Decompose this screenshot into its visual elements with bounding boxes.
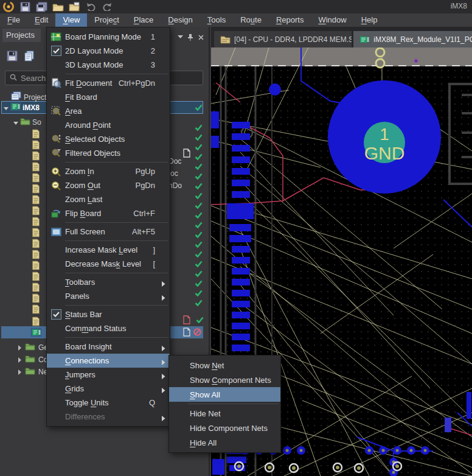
menubar-view[interactable]: View bbox=[55, 13, 87, 27]
schdoc-icon[interactable] bbox=[32, 317, 40, 326]
tree-expand-icon[interactable] bbox=[4, 102, 9, 113]
schdoc-icon[interactable] bbox=[32, 250, 40, 259]
menu-item-decrease-mask-level[interactable]: Decrease Mask Level[ bbox=[47, 257, 170, 271]
pin-icon[interactable] bbox=[186, 33, 195, 41]
menubar-project[interactable]: Project bbox=[87, 13, 126, 27]
tree-collapse-icon[interactable] bbox=[18, 354, 22, 365]
schdoc-icon[interactable] bbox=[32, 261, 40, 270]
menu-item-hide-net[interactable]: Hide Net bbox=[169, 406, 280, 421]
menu-item-label: Fit Board bbox=[65, 93, 97, 102]
close-icon[interactable] bbox=[196, 33, 205, 41]
menu-item-selected-objects[interactable]: Selected Objects bbox=[47, 132, 170, 146]
panel-documents-icon[interactable] bbox=[22, 49, 36, 63]
tree-row-projectgroup[interactable]: Project bbox=[11, 91, 46, 103]
menu-item-show-all[interactable]: Show All bbox=[169, 387, 280, 402]
schdoc-icon[interactable] bbox=[32, 151, 40, 161]
projects-panel-title[interactable]: Projects bbox=[2, 29, 41, 42]
open-icon[interactable] bbox=[52, 1, 64, 12]
redo-icon[interactable] bbox=[101, 1, 113, 12]
tree-row-project-imx8[interactable]: iMX8 bbox=[4, 102, 40, 113]
menu-item-increase-mask-level[interactable]: Increase Mask Level] bbox=[47, 243, 170, 257]
menubar-window[interactable]: Window bbox=[311, 13, 353, 27]
menu-item-grids[interactable]: Grids bbox=[47, 382, 170, 396]
menu-item-toggle-units[interactable]: Toggle UnitsQ bbox=[47, 396, 170, 410]
menu-item-hide-all[interactable]: Hide All bbox=[169, 435, 280, 450]
menu-item-area[interactable]: Area bbox=[47, 104, 170, 118]
schdoc-icon[interactable] bbox=[32, 271, 40, 281]
schdoc-icon[interactable] bbox=[32, 184, 40, 194]
menu-item-full-screen[interactable]: Full ScreenAlt+F5 bbox=[47, 225, 170, 239]
schdoc-icon[interactable] bbox=[32, 173, 40, 183]
tree-collapse-icon[interactable] bbox=[18, 366, 22, 377]
schdoc-icon[interactable] bbox=[32, 239, 40, 248]
tree-row-components[interactable]: Co bbox=[18, 354, 47, 365]
menu-item-board-planning-mode[interactable]: Board Planning Mode1 bbox=[47, 30, 170, 44]
pcbdoc-tab-icon bbox=[359, 35, 370, 44]
menu-item-command-status[interactable]: Command Status bbox=[47, 321, 170, 335]
menu-item-zoom-last[interactable]: Zoom Last bbox=[47, 192, 170, 206]
menubar-help[interactable]: Help bbox=[354, 13, 385, 27]
save-all-icon[interactable] bbox=[35, 1, 47, 12]
menu-item-zoom-out[interactable]: Zoom OutPgDn bbox=[47, 178, 170, 192]
vcs-check-icon bbox=[195, 153, 203, 160]
menu-item-panels[interactable]: Panels bbox=[47, 289, 170, 303]
schdoc-icon[interactable] bbox=[32, 129, 40, 139]
menu-item-zoom-in[interactable]: Zoom InPgUp bbox=[47, 164, 170, 178]
tree-collapse-icon[interactable] bbox=[18, 342, 22, 353]
menu-item-flip-board[interactable]: Flip BoardCtrl+F bbox=[47, 206, 170, 220]
menu-item-board-insight[interactable]: Board Insight bbox=[47, 340, 170, 354]
schdoc-icon[interactable] bbox=[32, 140, 40, 150]
undo-icon[interactable] bbox=[85, 1, 97, 12]
schdoc-icon bbox=[32, 261, 40, 270]
document-tab-active[interactable]: iMX8M_Rex_Module_V1I1_PCB.Pc bbox=[353, 31, 472, 47]
menu-item-fit-document[interactable]: Fit DocumentCtrl+PgDn bbox=[47, 76, 170, 90]
tree-row-source-folder[interactable]: So bbox=[13, 117, 41, 128]
menu-item-3d-layout-mode[interactable]: 3D Layout Mode3 bbox=[47, 58, 170, 72]
menu-item-hide-component-nets[interactable]: Hide Component Nets bbox=[169, 421, 280, 435]
tree-row-generated[interactable]: Ge bbox=[18, 342, 48, 353]
menubar-file[interactable]: File bbox=[0, 13, 27, 27]
menubar-tools[interactable]: Tools bbox=[200, 13, 233, 27]
menu-item-connections[interactable]: Connections bbox=[47, 354, 170, 368]
schdoc-icon[interactable] bbox=[32, 228, 40, 237]
schdoc-tab-icon bbox=[220, 35, 231, 44]
menu-item-status-bar[interactable]: Status Bar bbox=[47, 307, 170, 321]
schdoc-icon[interactable] bbox=[32, 293, 40, 303]
save-icon[interactable] bbox=[19, 1, 31, 12]
vcs-check-icon bbox=[195, 202, 203, 209]
tree-row-nets[interactable]: Ne bbox=[18, 366, 47, 377]
altium-logo-glyph-icon bbox=[3, 1, 14, 12]
schdoc-icon[interactable] bbox=[32, 304, 40, 314]
panel-save-icon[interactable] bbox=[5, 49, 19, 63]
menubar-reports[interactable]: Reports bbox=[269, 13, 311, 27]
menu-item-show-net[interactable]: Show Net bbox=[169, 358, 280, 373]
menubar-route[interactable]: Route bbox=[233, 13, 269, 27]
schdoc-icon[interactable] bbox=[32, 162, 40, 172]
schdoc-icon[interactable] bbox=[32, 206, 40, 215]
schdoc-icon[interactable] bbox=[32, 282, 40, 292]
vcs-check-icon bbox=[195, 183, 203, 189]
menu-item-label: Hide Net bbox=[190, 409, 221, 418]
schdoc-icon[interactable] bbox=[32, 195, 40, 205]
document-tab-inactive[interactable]: [04] - CPU - DDR4, LPDDR4 MEM.SchDoc bbox=[214, 31, 352, 47]
pcbdoc-selected-icon[interactable] bbox=[30, 327, 42, 337]
menu-item-toolbars[interactable]: Toolbars bbox=[47, 275, 170, 289]
menu-item-filtered-objects[interactable]: Filtered Objects bbox=[47, 146, 170, 160]
menu-item-icon-cell bbox=[47, 181, 65, 191]
menu-item-around-point[interactable]: Around Point bbox=[47, 118, 170, 132]
chevron-down-icon[interactable] bbox=[176, 33, 184, 41]
menubar-edit[interactable]: Edit bbox=[27, 13, 55, 27]
open-glyph-icon bbox=[52, 2, 64, 12]
tree-expand-icon[interactable] bbox=[13, 117, 18, 128]
menubar-place[interactable]: Place bbox=[127, 13, 161, 27]
menu-item-2d-layout-mode[interactable]: 2D Layout Mode2 bbox=[47, 44, 170, 58]
schdoc-icon[interactable] bbox=[32, 217, 40, 226]
menubar-design[interactable]: Design bbox=[161, 13, 200, 27]
open-document-icon[interactable] bbox=[68, 1, 80, 12]
menu-item-jumpers[interactable]: Jumpers bbox=[47, 368, 170, 382]
menu-item-show-component-nets[interactable]: Show Component Nets bbox=[169, 373, 280, 387]
vcs-check-icon bbox=[195, 104, 203, 111]
altium-logo-icon[interactable] bbox=[2, 1, 15, 12]
menu-item-fit-board[interactable]: Fit Board bbox=[47, 90, 170, 104]
document-blocked-icon bbox=[193, 328, 201, 336]
